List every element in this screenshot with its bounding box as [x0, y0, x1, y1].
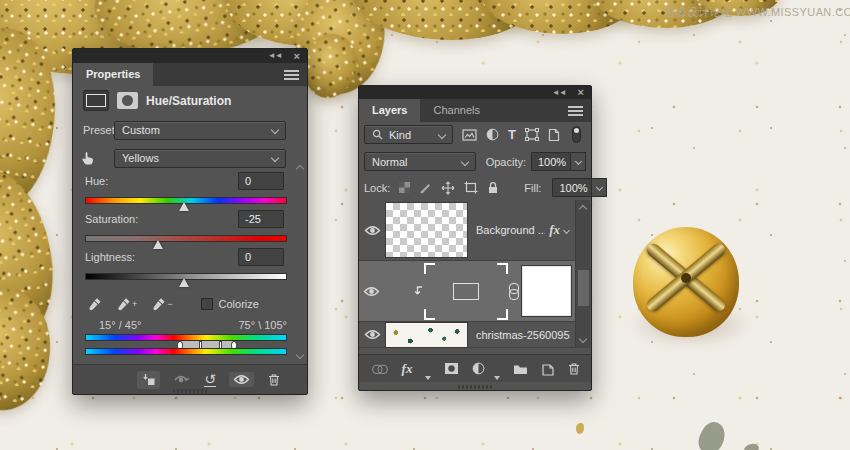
lock-position-icon[interactable] — [441, 181, 455, 195]
scroll-down-icon[interactable] — [294, 352, 305, 358]
fill-value-input[interactable]: 100% — [552, 178, 592, 197]
saturation-label: Saturation: — [85, 213, 138, 225]
hue-wheel-bar-top — [85, 334, 287, 341]
close-panel-icon[interactable]: × — [294, 51, 300, 62]
collapse-panel-icon[interactable]: ◄◄ — [268, 52, 282, 60]
lightness-value-input[interactable]: 0 — [238, 248, 284, 266]
filter-adjustment-layers-icon[interactable] — [486, 128, 499, 141]
filter-kind-select[interactable]: Kind — [364, 125, 453, 144]
layer-style-icon[interactable]: fx — [402, 361, 413, 377]
filter-toggle-switch[interactable] — [572, 126, 581, 143]
delete-adjustment-icon[interactable] — [267, 373, 281, 387]
view-previous-state-icon[interactable] — [173, 374, 191, 386]
eyedropper-minus-icon[interactable]: − — [151, 297, 172, 312]
link-layers-icon[interactable] — [372, 364, 387, 373]
layers-scrollbar[interactable] — [575, 200, 590, 348]
collapse-effects-icon[interactable] — [563, 226, 570, 233]
lock-pixels-icon[interactable] — [419, 181, 432, 194]
preset-select[interactable]: Custom — [114, 121, 286, 140]
chevron-down-icon — [460, 157, 468, 165]
filter-smart-objects-icon[interactable] — [548, 128, 560, 142]
lock-all-icon[interactable] — [487, 181, 499, 194]
filter-shape-layers-icon[interactable] — [525, 128, 539, 141]
saturation-value-input[interactable]: -25 — [238, 210, 284, 228]
pine-sprig — [743, 442, 760, 450]
mask-link-icon[interactable] — [508, 283, 518, 300]
layer-row-background-copy[interactable]: Background ... fx — [359, 200, 577, 261]
layer-visibility-eye-icon[interactable] — [359, 329, 385, 340]
new-layer-icon[interactable] — [541, 362, 554, 376]
layer-mask-icon[interactable] — [117, 92, 138, 109]
targeted-adjustment-tool-icon[interactable] — [81, 150, 97, 166]
new-adjustment-layer-icon[interactable] — [472, 362, 485, 375]
scroll-down-icon[interactable] — [579, 335, 587, 343]
layer-mask-thumbnail[interactable] — [522, 266, 571, 316]
hue-value-input[interactable]: 0 — [238, 172, 284, 190]
hue-slider-thumb[interactable] — [179, 202, 189, 211]
scroll-up-icon[interactable] — [579, 205, 587, 213]
layer-visibility-eye-icon[interactable] — [359, 225, 385, 236]
eyedropper-plus-icon[interactable]: + — [116, 297, 137, 312]
close-panel-icon[interactable]: × — [578, 87, 584, 98]
layer-thumbnail[interactable] — [385, 322, 468, 348]
filter-type-layers-icon[interactable]: T — [508, 127, 516, 142]
panel-resize-grip[interactable] — [458, 385, 492, 389]
hue-saturation-glyph — [453, 283, 479, 300]
range-right-label: 75° \ 105° — [238, 319, 287, 331]
lock-label: Lock: — [364, 182, 390, 194]
opacity-label: Opacity: — [486, 156, 526, 168]
lock-transparency-icon[interactable] — [399, 182, 410, 193]
layer-visibility-icon[interactable] — [229, 372, 254, 387]
caret-icon — [425, 376, 431, 380]
layer-thumbnail[interactable] — [385, 202, 468, 258]
hue-saturation-adjustment-icon[interactable] — [83, 90, 109, 111]
scroll-up-icon[interactable] — [294, 166, 305, 172]
chevron-down-icon — [438, 130, 446, 138]
pine-sprig — [694, 418, 730, 450]
layer-row-hue-saturation[interactable] — [359, 261, 577, 322]
layers-panel: ◄◄ × Layers Channels Kind T — [358, 85, 592, 391]
panel-menu-icon[interactable] — [284, 70, 299, 80]
add-layer-mask-icon[interactable] — [444, 362, 459, 375]
adjustment-layer-thumbnail[interactable] — [424, 263, 508, 320]
colorize-label: Colorize — [219, 298, 259, 310]
channel-select[interactable]: Yellows — [114, 149, 286, 168]
filter-pixel-layers-icon[interactable] — [462, 129, 477, 141]
delete-layer-icon[interactable] — [567, 362, 581, 376]
layer-name[interactable]: christmas-2560095 — [476, 329, 577, 341]
tab-channels[interactable]: Channels — [420, 99, 492, 122]
layer-visibility-eye-icon[interactable] — [359, 286, 385, 297]
panel-menu-icon[interactable] — [568, 106, 583, 116]
saturation-slider-thumb[interactable] — [153, 240, 163, 249]
clipping-mask-arrow-icon — [413, 285, 424, 297]
layer-row-christmas-photo[interactable]: christmas-2560095 — [359, 322, 577, 348]
lightness-slider-thumb[interactable] — [179, 278, 189, 287]
new-group-folder-icon[interactable] — [513, 363, 528, 375]
eyedropper-icon[interactable] — [87, 297, 102, 312]
lock-artboard-icon[interactable] — [464, 181, 478, 194]
tab-properties[interactable]: Properties — [73, 63, 153, 86]
clip-to-layer-icon[interactable] — [137, 371, 160, 389]
lightness-label: Lightness: — [85, 251, 135, 263]
layers-bottom-toolbar: fx — [359, 354, 591, 382]
layer-effects-badge[interactable]: fx — [549, 222, 560, 238]
hue-label: Hue: — [85, 175, 108, 187]
collapse-panel-icon[interactable]: ◄◄ — [552, 89, 566, 97]
scrollbar-thumb[interactable] — [578, 270, 589, 306]
opacity-value-input[interactable]: 100% — [531, 152, 571, 171]
tab-layers[interactable]: Layers — [359, 99, 420, 122]
preset-label: Preset: — [83, 124, 118, 136]
layer-name[interactable]: Background ... — [476, 224, 545, 236]
panel-resize-grip[interactable] — [173, 389, 207, 393]
fill-dropdown-icon[interactable] — [592, 178, 607, 197]
layers-panel-titlebar: ◄◄ × — [359, 86, 591, 99]
colorize-checkbox[interactable] — [201, 298, 213, 310]
opacity-dropdown-icon[interactable] — [571, 152, 586, 171]
photo-canvas: 思缘设计论坛 WWW.MISSYUAN.COM ◄◄ × Properties … — [0, 0, 850, 450]
saturation-slider-track[interactable] — [85, 235, 287, 242]
blend-mode-select[interactable]: Normal — [364, 152, 476, 171]
jingle-bell — [633, 227, 739, 337]
panel-title: Hue/Saturation — [146, 94, 231, 108]
properties-tabbar: Properties — [73, 63, 307, 86]
reset-adjustment-icon[interactable]: ↺ — [204, 372, 216, 387]
